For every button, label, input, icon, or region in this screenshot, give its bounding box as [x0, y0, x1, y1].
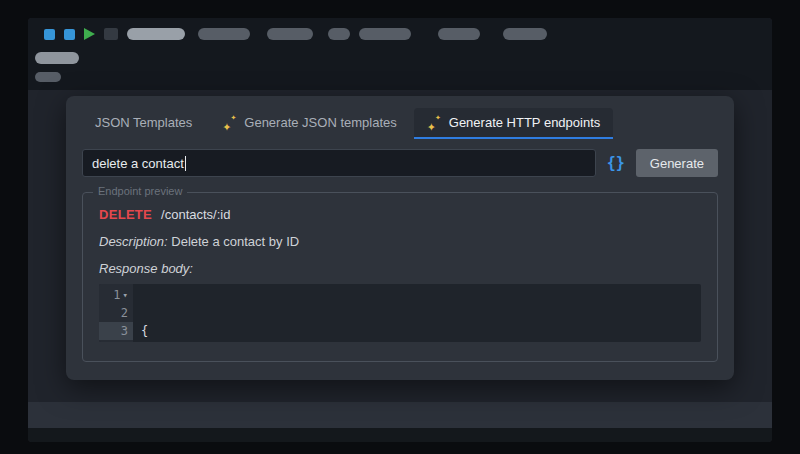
fold-caret-icon[interactable]: ▾ [123, 286, 128, 304]
sparkle-icon: ✦✦ [222, 115, 236, 130]
gutter-line-2: 2 [99, 304, 133, 322]
redacted-button[interactable] [503, 28, 547, 40]
endpoint-preview-legend: Endpoint preview [93, 185, 187, 197]
redacted-button[interactable] [198, 28, 250, 40]
response-body-label: Response body: [99, 261, 193, 276]
sparkle-icon: ✦✦ [427, 115, 441, 130]
description-label: Description: [99, 234, 168, 249]
http-method: DELETE [99, 207, 152, 222]
response-body-label-line: Response body: [99, 261, 701, 276]
blue-square-icon [64, 29, 75, 40]
blue-square-icon [44, 29, 55, 40]
endpoint-description: Description: Delete a contact by ID [99, 234, 701, 249]
tab-json-templates[interactable]: JSON Templates [82, 108, 205, 139]
toolbar-row [44, 27, 547, 41]
redacted-button[interactable] [328, 28, 350, 40]
endpoint-method-line: DELETE /contacts/:id [99, 207, 701, 222]
toolbar [28, 18, 772, 90]
endpoint-path: /contacts/:id [161, 207, 230, 222]
tab-label: Generate JSON templates [244, 115, 396, 130]
footer-bar [28, 428, 772, 442]
redacted-button[interactable] [438, 28, 480, 40]
generate-button[interactable]: Generate [636, 149, 718, 177]
tab-label: Generate HTTP endpoints [449, 115, 601, 130]
main-area: JSON Templates ✦✦ Generate JSON template… [28, 90, 772, 402]
redacted-button[interactable] [267, 28, 313, 40]
dialog-tabs: JSON Templates ✦✦ Generate JSON template… [82, 108, 718, 139]
description-value: Delete a contact by ID [171, 234, 299, 249]
templates-dialog: JSON Templates ✦✦ Generate JSON template… [66, 96, 734, 380]
tab-label: JSON Templates [95, 115, 192, 130]
status-bar [28, 402, 772, 428]
prompt-row: delete a contact {} Generate [82, 149, 718, 177]
prompt-input-value: delete a contact [92, 156, 184, 171]
redacted-label [127, 28, 185, 40]
redacted-button[interactable] [359, 28, 411, 40]
start-server-icon[interactable] [84, 28, 95, 40]
toolbar-chip[interactable] [104, 28, 118, 40]
endpoint-preview: Endpoint preview DELETE /contacts/:id De… [82, 192, 718, 362]
redacted-sidebar-item[interactable] [35, 52, 79, 64]
response-body-editor[interactable]: 1 ▾ 2 3 { "message": "Contact with ID {{… [99, 284, 701, 342]
app-window: JSON Templates ✦✦ Generate JSON template… [28, 18, 772, 442]
prompt-input[interactable]: delete a contact [82, 149, 596, 177]
tab-generate-json-templates[interactable]: ✦✦ Generate JSON templates [209, 108, 409, 139]
gutter-line-3: 3 [99, 322, 133, 340]
editor-code-lines: { "message": "Contact with ID {{faker 'n… [133, 284, 701, 342]
braces-icon[interactable]: {} [606, 154, 626, 172]
redacted-sidebar-item[interactable] [35, 72, 61, 82]
tab-generate-http-endpoints[interactable]: ✦✦ Generate HTTP endpoints [414, 108, 614, 139]
editor-gutter: 1 ▾ 2 3 [99, 284, 133, 342]
gutter-line-1: 1 ▾ [99, 286, 133, 304]
code-line: { [141, 322, 701, 340]
text-caret [185, 156, 186, 171]
